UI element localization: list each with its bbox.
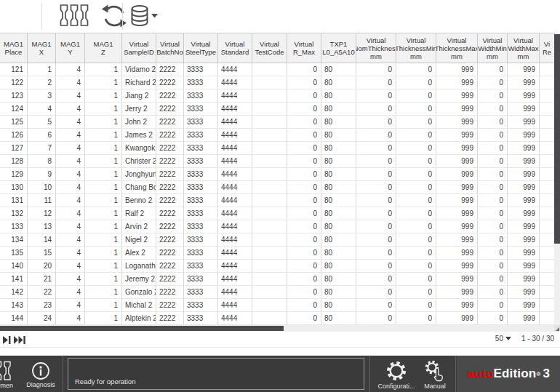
table-row[interactable]: 1331341Arvin 2222233334444080009990999	[0, 220, 555, 233]
table-cell: 1	[85, 194, 122, 207]
table-cell: 999	[436, 63, 478, 76]
table-cell: 0	[478, 76, 508, 89]
next-page-button[interactable]	[3, 335, 11, 346]
page-size-select[interactable]: 50	[495, 335, 511, 343]
table-row[interactable]: 129941Jonghyun…222233334444080009990999	[0, 168, 555, 181]
table-cell: 2222	[156, 312, 184, 324]
table-cell: 0	[396, 116, 436, 128]
table-row[interactable]: 128841Christer 2222233334444080009990999	[0, 155, 555, 168]
table-row[interactable]: 1341441Nigel 2222233334444080009990999	[0, 233, 555, 247]
vertical-scrollbar-thumb[interactable]	[554, 34, 560, 244]
column-header[interactable]: Vi Re	[540, 33, 555, 63]
table-cell	[252, 247, 287, 259]
last-page-button[interactable]	[14, 335, 25, 346]
column-header[interactable]: Virtual WidthMax mm	[508, 33, 540, 63]
configuration-button[interactable]: Configurati...	[375, 356, 417, 391]
specimen-list-button[interactable]	[60, 4, 90, 31]
table-cell: 0	[478, 89, 508, 102]
column-header[interactable]: Virtual WidthMin mm	[478, 33, 508, 63]
table-cell: 21	[28, 273, 56, 285]
table-cell: 2222	[156, 194, 184, 207]
manual-button[interactable]: Manual	[417, 356, 452, 391]
table-row[interactable]: 1432341Michal 2222233334444080009990999	[0, 299, 555, 312]
table-cell: 0	[356, 116, 396, 128]
column-header[interactable]: MAG1 Y	[56, 33, 85, 63]
table-cell: 999	[436, 116, 478, 128]
table-cell: 130	[0, 181, 28, 193]
table-cell	[252, 155, 287, 167]
table-row[interactable]: 1301041Chang Bo…222233334444080009990999	[0, 181, 555, 194]
column-header[interactable]: MAG1 X	[28, 33, 56, 63]
column-header[interactable]: MAG1 Z	[85, 33, 122, 63]
column-header[interactable]: Virtual ThicknessMax mm	[436, 33, 478, 63]
table-cell: 2222	[156, 233, 184, 246]
table-cell: 0	[478, 299, 508, 311]
table-cell	[540, 194, 555, 207]
database-button[interactable]	[129, 4, 160, 31]
table-cell	[540, 286, 555, 298]
table-row[interactable]: 121141Vidamo 2222233334444080009990999	[0, 63, 555, 76]
status-message-box: Ready for operation	[68, 358, 364, 390]
diagnosis-button-label: Diagnosis	[26, 381, 55, 388]
horizontal-scrollbar-thumb[interactable]	[0, 326, 284, 331]
column-header[interactable]: Virtual R_Max	[287, 33, 321, 63]
table-cell: 4	[56, 142, 85, 154]
table-cell: 80	[321, 299, 356, 311]
table-row[interactable]: 1412141Jeremy 2222233334444080009990999	[0, 273, 555, 286]
table-cell: 2222	[156, 76, 184, 89]
table-cell	[252, 181, 287, 193]
table-cell: 999	[436, 312, 478, 324]
table-cell	[252, 299, 287, 311]
diagnosis-button[interactable]: Diagnosis	[19, 356, 63, 391]
table-row[interactable]: 123341Jiang 2222233334444080009990999	[0, 89, 555, 103]
status-circle-icon[interactable]	[0, 7, 16, 25]
column-header[interactable]: MAG1 Place	[0, 33, 28, 63]
info-circle-icon	[31, 361, 50, 380]
column-header[interactable]: Virtual BatchNo	[156, 33, 184, 63]
table-cell: 80	[321, 194, 356, 207]
column-header[interactable]: Virtual SteelType	[184, 33, 218, 63]
column-header[interactable]: TXP1 L0_A5A10	[321, 33, 356, 63]
table-cell: 4	[28, 103, 56, 115]
table-row[interactable]: 1321241Ralf 2222233334444080009990999	[0, 207, 555, 220]
table-row[interactable]: 1422241Gonzalo 2222233334444080009990999	[0, 286, 555, 299]
table-cell	[540, 103, 555, 115]
specimen-button[interactable]: Specimen	[0, 356, 19, 391]
refresh-button[interactable]	[100, 4, 128, 31]
table-cell: Kwangok 2	[122, 142, 156, 154]
table-cell: 3333	[184, 63, 218, 76]
table-cell: 1	[85, 207, 122, 220]
column-header[interactable]: Virtual ThicknessMin mm	[396, 33, 436, 63]
column-header[interactable]: Virtual NomThickness mm	[356, 33, 396, 63]
table-row[interactable]: 1402041Loganath…222233334444080009990999	[0, 260, 555, 273]
column-header[interactable]: Virtual TestCode	[252, 33, 287, 63]
table-cell: 80	[321, 63, 356, 76]
table-row[interactable]: 1442441Alptekin 222223333444408000999099…	[0, 312, 555, 325]
table-cell: 999	[436, 207, 478, 220]
table-cell: 4	[56, 233, 85, 246]
table-cell: 1	[85, 260, 122, 272]
table-cell: 999	[508, 233, 540, 246]
table-row[interactable]: 126641James 2222233334444080009990999	[0, 129, 555, 142]
horizontal-scrollbar[interactable]	[0, 325, 554, 332]
table-cell: 3333	[184, 273, 218, 285]
table-cell	[252, 233, 287, 246]
logo-edition: Edition	[493, 367, 536, 381]
table-cell: 24	[28, 312, 56, 324]
table-row[interactable]: 1351541Alex 2222233334444080009990999	[0, 247, 555, 260]
table-cell: 2222	[156, 103, 184, 115]
column-header[interactable]: Virtual Standard	[218, 33, 252, 63]
table-cell: 1	[85, 247, 122, 259]
table-cell: 4	[56, 207, 85, 220]
table-cell: 1	[85, 273, 122, 285]
table-cell: 1	[85, 89, 122, 102]
table-row[interactable]: 127741Kwangok 2222233334444080009990999	[0, 142, 555, 155]
table-row[interactable]: 125541John 2222233334444080009990999	[0, 116, 555, 129]
table-row[interactable]: 122241Richard 2222233334444080009990999	[0, 76, 555, 89]
table-cell	[540, 63, 555, 76]
table-row[interactable]: 1311141Benno 2222233334444080009990999	[0, 194, 555, 207]
table-row[interactable]: 124441Jerry 2222233334444080009990999	[0, 103, 555, 116]
vertical-scrollbar[interactable]	[554, 33, 560, 325]
table-cell: 4444	[218, 76, 252, 89]
column-header[interactable]: Virtual SampleID	[122, 33, 156, 63]
